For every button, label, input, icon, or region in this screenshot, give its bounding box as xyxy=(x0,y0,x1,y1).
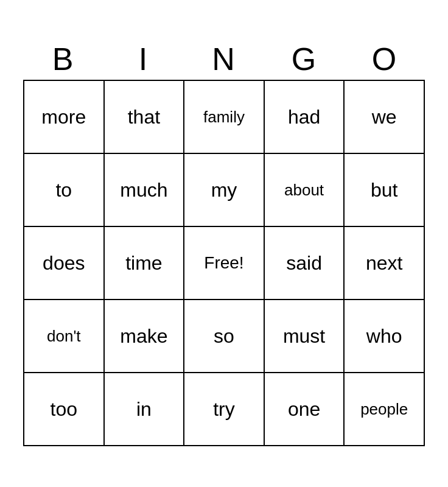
header-letter: B xyxy=(23,41,103,77)
bingo-cell: next xyxy=(345,227,424,299)
bingo-cell: must xyxy=(265,300,345,372)
bingo-header: BINGO xyxy=(23,41,425,77)
bingo-cell: we xyxy=(345,81,424,153)
bingo-cell: so xyxy=(184,300,265,372)
bingo-cell: about xyxy=(265,154,345,226)
bingo-cell: make xyxy=(105,300,185,372)
bingo-cell: too xyxy=(24,373,105,445)
header-letter: I xyxy=(103,41,184,77)
bingo-cell: said xyxy=(265,227,345,299)
bingo-cell: in xyxy=(105,373,185,445)
bingo-cell: Free! xyxy=(184,227,265,299)
bingo-cell: does xyxy=(24,227,105,299)
bingo-cell: don't xyxy=(24,300,105,372)
bingo-card: BINGO morethatfamilyhadwetomuchmyaboutbu… xyxy=(11,29,437,458)
header-letter: G xyxy=(264,41,345,77)
bingo-cell: much xyxy=(105,154,185,226)
header-letter: N xyxy=(184,41,264,77)
bingo-cell: but xyxy=(345,154,424,226)
bingo-row: morethatfamilyhadwe xyxy=(24,81,424,154)
bingo-row: toointryonepeople xyxy=(24,373,424,445)
bingo-grid: morethatfamilyhadwetomuchmyaboutbutdoest… xyxy=(23,80,425,446)
bingo-row: tomuchmyaboutbut xyxy=(24,154,424,227)
bingo-cell: try xyxy=(184,373,265,445)
bingo-row: don'tmakesomustwho xyxy=(24,300,424,373)
bingo-cell: had xyxy=(265,81,345,153)
bingo-cell: my xyxy=(184,154,265,226)
bingo-cell: family xyxy=(184,81,265,153)
bingo-cell: more xyxy=(24,81,105,153)
bingo-cell: people xyxy=(345,373,424,445)
bingo-cell: that xyxy=(105,81,185,153)
bingo-row: doestimeFree!saidnext xyxy=(24,227,424,300)
bingo-cell: to xyxy=(24,154,105,226)
header-letter: O xyxy=(345,41,425,77)
bingo-cell: one xyxy=(265,373,345,445)
bingo-cell: time xyxy=(105,227,185,299)
bingo-cell: who xyxy=(345,300,424,372)
